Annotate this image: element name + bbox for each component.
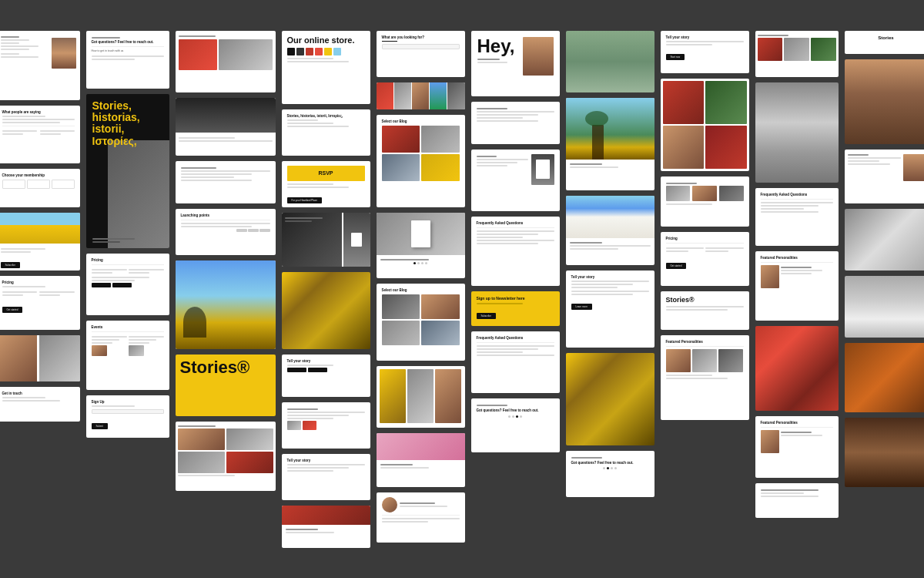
card-got-questions[interactable]: Got questions? Feel free to reach out. [471,398,560,452]
card-sage-image[interactable] [566,31,654,92]
card-featured-persons[interactable]: Featured Personalities [755,251,839,321]
card-tell-story-3[interactable]: Tell your story Learn more [566,271,654,348]
search-header-title: What are you looking for? [382,35,460,40]
card-person-image[interactable] [0,335,80,381]
card-stories-list[interactable]: Stories, historias, istorii, Ιστορίες, [282,109,370,156]
card-pricing-2[interactable]: Pricing Get started [661,232,749,286]
card-image-grid-large[interactable] [661,79,749,171]
card-book-display[interactable] [377,213,465,278]
card-dark-portrait[interactable] [176,98,276,156]
card-white-building[interactable] [566,196,654,265]
card-tell-story[interactable]: Tell your story [282,355,370,397]
card-also-playbook[interactable] [282,402,370,449]
card-bw-portrait-large[interactable] [755,82,839,183]
signup-btn[interactable]: Submit [92,423,108,429]
card-image-row[interactable] [377,82,465,109]
tell-story-title: Tell your story [287,359,365,364]
got-questions-title: Got questions? Feel free to reach out. [477,408,554,413]
tell-story-top-title: Tell your story [666,35,744,40]
card-arch-portrait[interactable] [845,343,925,412]
card-pricing-1[interactable]: Pricing Get started [0,276,80,330]
card-tell-story-2[interactable]: Tell your story [282,454,370,500]
stories-badge-text: Stories® [666,296,695,304]
card-dark-skin-portrait[interactable] [845,418,925,487]
card-blog-images-top[interactable] [755,31,839,77]
rsvp-btn[interactable]: For your Heartland Place [287,197,322,203]
column-10: Stories [845,31,925,487]
card-faq[interactable]: Got questions? Feel free to reach out. H… [86,31,169,89]
pricing-2-btn[interactable]: Get started [666,263,687,269]
card-text-block[interactable] [176,161,276,203]
card-subscribe[interactable]: Subscribe [0,213,80,271]
card-stories-badge[interactable]: Stories® [661,291,749,330]
card-tell-story-top[interactable]: Tell your story Start now [661,31,749,73]
stories-large-title: Stories® [180,359,271,376]
card-testimonials[interactable]: What people are saying [0,106,80,163]
card-stories-hero[interactable]: Stories,historias,istorii,Ιστορίες, [86,94,169,248]
card-get-in-touch[interactable]: Get in touch [0,387,80,422]
card-pricing-table[interactable]: Pricing [86,254,169,315]
card-launching[interactable]: Launching points [176,209,276,255]
card-warm-portrait[interactable] [845,59,925,144]
card-pink-book[interactable] [377,433,465,487]
stories-hero-text: Stories,historias,istorii,Ιστορίες, [92,100,163,148]
faq-2-title: Frequently Asked Questions [477,336,554,341]
column-6: Hey, [471,31,560,452]
card-faq-2[interactable]: Frequently Asked Questions [471,331,560,393]
card-faq-3[interactable]: Frequently Asked Questions [755,188,839,246]
subscribe-btn[interactable]: Subscribe [1,262,20,268]
pricing-2-title: Pricing [666,237,744,241]
card-landscape-large[interactable] [176,260,276,349]
faq-section-title: Frequently Asked Questions [477,221,554,226]
card-events[interactable]: Events [86,321,169,390]
signup-yellow-btn[interactable]: Subscribe [477,313,496,319]
card-signup-yellow[interactable]: Sign up to Newsletter here Subscribe [471,291,560,326]
card-bw-hand[interactable] [845,209,925,271]
card-yellow-flower[interactable] [282,272,370,349]
testimonials-title: What people are saying [2,110,75,115]
tell-story-3-btn[interactable]: Learn more [571,304,592,310]
blog-grid-title: Select our Blog [382,119,460,124]
hey-title: Hey, [477,37,515,55]
card-about-text[interactable] [471,102,560,144]
card-dark-landscape[interactable] [566,98,654,190]
tell-story-3-title: Tell your story [571,275,649,280]
card-featured-persons-2[interactable]: Featured Personalities [755,416,839,478]
card-faq-section[interactable]: Frequently Asked Questions [471,217,560,286]
events-title: Events [92,325,164,330]
card-book-pink[interactable] [282,506,370,548]
card-logo-small[interactable]: Stories [845,31,925,54]
card-text-portrait-small[interactable] [845,150,925,203]
card-book-bw[interactable] [282,213,370,267]
card-categories[interactable] [661,176,749,227]
pricing-table-title: Pricing [92,258,164,263]
card-hey-hero[interactable]: Hey, [471,31,560,96]
card-stories-large[interactable]: Stories® [176,355,276,416]
card-store-header[interactable]: Our online store. [282,31,370,104]
card-image-gallery[interactable] [377,366,465,428]
card-yellow-flower-2[interactable] [566,353,654,445]
card-red-flower-large[interactable] [755,326,839,411]
card-top-images[interactable] [176,31,276,92]
card-search-header[interactable]: What are you looking for? [377,31,465,77]
card-stories-press[interactable] [471,150,560,211]
card-rsvp[interactable]: RSVP For your Heartland Place [282,161,370,207]
card-text-portrait[interactable] [0,31,80,100]
tell-story-top-btn[interactable]: Start now [666,54,685,60]
stories-list-title: Stories, historias, istorii, Ιστορίες, [287,114,365,119]
card-bw-building[interactable] [845,276,925,338]
card-got-questions-2[interactable]: Got questions? Feel free to reach out. [566,451,654,497]
card-found-something[interactable] [755,483,839,518]
column-3: Launching points [176,31,276,491]
card-blog-grid[interactable]: Select our Blog [377,115,465,207]
column-8: Tell your story Start now [661,31,749,420]
card-featured-personalities[interactable]: Featured Personalities [661,335,749,420]
card-team-intro[interactable] [377,492,465,543]
card-blog-grid-2[interactable]: Select our Blog [377,284,465,361]
card-membership[interactable]: Choose your membership [0,169,80,207]
search-bar[interactable] [382,44,460,49]
card-signup[interactable]: Sign Up Submit [86,395,169,438]
canvas: What people are saying Choose your membe… [0,0,924,578]
card-image-grid-small[interactable] [176,422,276,491]
pricing-btn[interactable]: Get started [2,307,23,313]
